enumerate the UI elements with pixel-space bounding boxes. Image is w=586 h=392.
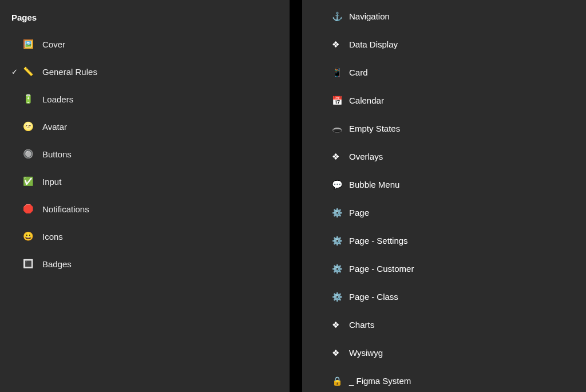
page-item-empty-states[interactable]: 🕳️ Empty States: [302, 114, 586, 142]
page-item-label: Navigation: [349, 12, 586, 21]
page-item-label: Overlays: [349, 152, 586, 161]
page-item-label: Empty States: [349, 124, 586, 133]
gear-icon: ⚙️: [332, 208, 346, 218]
page-item-label: Bubble Menu: [349, 180, 586, 189]
square-icon: 🔳: [23, 259, 37, 269]
pages-list-right: ⚓ Navigation ❖ Data Display 📱 Card 📅 Cal…: [302, 2, 586, 392]
radio-button-icon: 🔘: [23, 149, 37, 159]
page-item-label: Badges: [42, 260, 290, 268]
page-item-loaders[interactable]: 🔋 Loaders: [0, 85, 290, 113]
page-item-label: Page - Settings: [349, 236, 586, 245]
page-item-overlays[interactable]: ❖ Overlays: [302, 142, 586, 171]
pages-list-left: 🖼️ Cover ✓ 📏 General Rules 🔋 Loaders 🌝 A: [0, 30, 290, 306]
calendar-icon: 📅: [332, 96, 346, 106]
page-item-label: Loaders: [42, 95, 290, 104]
page-item-card[interactable]: 📱 Card: [302, 58, 586, 86]
speech-bubble-icon: 💬: [332, 180, 346, 190]
ruler-icon: 📏: [23, 66, 37, 77]
page-item-wysiwyg[interactable]: ❖ Wysiwyg: [302, 339, 586, 367]
selection-check-icon: ✓: [11, 68, 23, 76]
page-item-label: Card: [349, 68, 586, 77]
page-item-bubble-menu[interactable]: 💬 Bubble Menu: [302, 171, 586, 199]
page-item-label: _ Figma System: [349, 377, 586, 385]
page-item-label: Page - Class: [349, 292, 586, 301]
page-item-label: Wysiwyg: [349, 349, 586, 357]
page-item-label: Calendar: [349, 96, 586, 105]
page-item-general-rules[interactable]: ✓ 📏 General Rules: [0, 58, 290, 85]
battery-icon: 🔋: [23, 94, 37, 104]
page-item-charts[interactable]: ❖ Charts: [302, 311, 586, 339]
anchor-icon: ⚓: [332, 11, 346, 22]
hole-icon: 🕳️: [332, 124, 346, 134]
gear-icon: ⚙️: [332, 292, 346, 302]
page-item-label: Charts: [349, 320, 586, 329]
page-item-label: Buttons: [42, 150, 290, 159]
page-item-avatar[interactable]: 🌝 Avatar: [0, 113, 290, 140]
pages-panel-left: Pages 🖼️ Cover ✓ 📏 General Rules 🔋 Loade…: [0, 0, 290, 392]
page-item-label: Input: [42, 177, 290, 186]
moon-face-icon: 🌝: [23, 121, 37, 132]
page-item-badges[interactable]: 🔳 Badges: [0, 250, 290, 278]
page-item-buttons[interactable]: 🔘 Buttons: [0, 140, 290, 168]
pages-section-title: Pages: [0, 9, 290, 30]
page-item-icons[interactable]: 😀 Icons: [0, 223, 290, 250]
page-item-label: Page: [349, 208, 586, 217]
page-item-label: Avatar: [42, 122, 290, 131]
image-icon: 🖼️: [23, 39, 37, 49]
diamond-icon: ❖: [332, 39, 346, 50]
page-item-cover[interactable]: 🖼️ Cover: [0, 30, 290, 58]
page-item-page-customer[interactable]: ⚙️ Page - Customer: [302, 255, 586, 283]
page-item-label: Page - Customer: [349, 264, 586, 273]
page-item-page-settings[interactable]: ⚙️ Page - Settings: [302, 227, 586, 255]
diamond-icon: ❖: [332, 320, 346, 330]
page-item-notifications[interactable]: 🛑 Notifications: [0, 195, 290, 223]
page-item-page-class[interactable]: ⚙️ Page - Class: [302, 283, 586, 311]
pages-panel-right: ⚓ Navigation ❖ Data Display 📱 Card 📅 Cal…: [302, 0, 586, 392]
diamond-icon: ❖: [332, 152, 346, 162]
smile-icon: 😀: [23, 231, 37, 241]
page-item-label: Cover: [42, 40, 290, 49]
stop-sign-icon: 🛑: [23, 204, 37, 214]
page-item-figma-system[interactable]: 🔒 _ Figma System: [302, 367, 586, 392]
page-item-calendar[interactable]: 📅 Calendar: [302, 86, 586, 114]
page-item-label: Icons: [42, 232, 290, 241]
diamond-icon: ❖: [332, 348, 346, 358]
page-item-label: General Rules: [42, 68, 290, 76]
page-item-data-display[interactable]: ❖ Data Display: [302, 30, 586, 58]
phone-icon: 📱: [332, 68, 346, 78]
page-item-label: Notifications: [42, 205, 290, 213]
checkmark-icon: ✅: [23, 176, 37, 187]
page-item-navigation[interactable]: ⚓ Navigation: [302, 2, 586, 30]
page-item-label: Data Display: [349, 40, 586, 49]
gear-icon: ⚙️: [332, 264, 346, 274]
page-item-input[interactable]: ✅ Input: [0, 168, 290, 195]
gear-icon: ⚙️: [332, 236, 346, 246]
app-root: Pages 🖼️ Cover ✓ 📏 General Rules 🔋 Loade…: [0, 0, 586, 392]
lock-icon: 🔒: [332, 376, 346, 386]
page-item-page[interactable]: ⚙️ Page: [302, 199, 586, 227]
